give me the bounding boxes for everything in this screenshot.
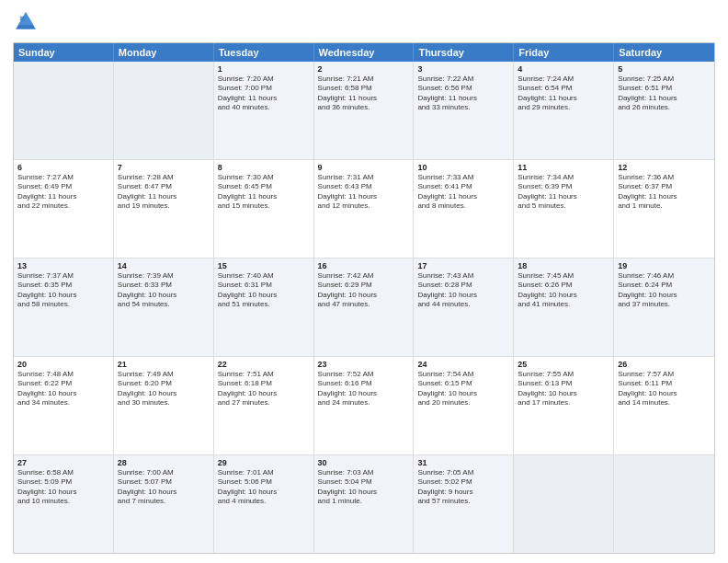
cell-info-line: Daylight: 11 hours <box>618 192 711 201</box>
cell-info-line: Daylight: 10 hours <box>518 291 609 300</box>
cell-info-line: and 14 minutes. <box>618 398 711 408</box>
cell-info-line: Sunrise: 7:39 AM <box>118 271 210 281</box>
cell-info-line: Sunrise: 7:40 AM <box>218 271 310 281</box>
cell-info-line: Daylight: 10 hours <box>118 389 210 398</box>
cell-info-line: and 54 minutes. <box>118 300 210 309</box>
day-cell-12: 12Sunrise: 7:36 AMSunset: 6:37 PMDayligh… <box>614 160 714 258</box>
cell-info-line: Sunrise: 7:42 AM <box>318 271 410 281</box>
cell-info-line: and 24 minutes. <box>318 398 410 408</box>
cell-info-line: Sunrise: 7:22 AM <box>417 75 509 84</box>
cell-info-line: Sunset: 6:16 PM <box>318 379 410 388</box>
cell-info-line: Sunrise: 7:28 AM <box>118 173 210 182</box>
cell-info-line: Sunrise: 6:58 AM <box>17 468 109 477</box>
cell-info-line: Sunset: 6:43 PM <box>318 182 410 191</box>
cell-info-line: Sunset: 6:33 PM <box>118 281 210 290</box>
cell-info-line: and 8 minutes. <box>417 201 509 211</box>
calendar-header: SundayMondayTuesdayWednesdayThursdayFrid… <box>14 43 714 62</box>
cell-info-line: Sunrise: 7:36 AM <box>618 173 711 182</box>
cell-info-line: Sunrise: 7:48 AM <box>17 370 109 379</box>
day-number: 2 <box>318 64 410 74</box>
cell-info-line: Sunset: 5:07 PM <box>118 477 210 487</box>
cell-info-line: Daylight: 9 hours <box>417 488 509 497</box>
cell-info-line: and 29 minutes. <box>518 103 609 112</box>
cell-info-line: Sunset: 6:28 PM <box>417 281 509 290</box>
cell-info-line: Daylight: 10 hours <box>618 389 711 398</box>
day-number: 6 <box>17 163 109 172</box>
day-number: 17 <box>417 261 509 270</box>
cell-info-line: Daylight: 10 hours <box>218 291 310 300</box>
cell-info-line: Sunrise: 7:46 AM <box>618 271 711 281</box>
header <box>13 9 715 35</box>
day-cell-15: 15Sunrise: 7:40 AMSunset: 6:31 PMDayligh… <box>214 259 314 356</box>
cell-info-line: Sunset: 6:31 PM <box>218 281 310 290</box>
day-number: 7 <box>118 163 210 172</box>
cell-info-line: Sunset: 6:51 PM <box>618 84 711 93</box>
header-day-sunday: Sunday <box>14 43 114 62</box>
day-number: 5 <box>618 64 711 74</box>
cell-info-line: Daylight: 10 hours <box>318 488 410 497</box>
cell-info-line: Daylight: 10 hours <box>118 488 210 497</box>
day-number: 27 <box>17 458 109 467</box>
cell-info-line: Daylight: 11 hours <box>218 94 310 103</box>
day-cell-28: 28Sunrise: 7:00 AMSunset: 5:07 PMDayligh… <box>114 455 214 553</box>
empty-cell-r0c1 <box>114 62 214 159</box>
cell-info-line: Daylight: 10 hours <box>318 291 410 300</box>
cell-info-line: Sunset: 6:41 PM <box>417 182 509 191</box>
svg-rect-2 <box>20 17 25 21</box>
day-number: 26 <box>618 360 711 369</box>
empty-cell-r0c0 <box>14 62 114 159</box>
calendar-row-3: 20Sunrise: 7:48 AMSunset: 6:22 PMDayligh… <box>14 356 714 454</box>
cell-info-line: and 1 minute. <box>618 201 711 211</box>
day-cell-6: 6Sunrise: 7:27 AMSunset: 6:49 PMDaylight… <box>14 160 114 258</box>
cell-info-line: Sunrise: 7:21 AM <box>318 75 410 84</box>
cell-info-line: and 37 minutes. <box>618 300 711 309</box>
cell-info-line: Sunset: 6:20 PM <box>118 379 210 388</box>
day-cell-27: 27Sunrise: 6:58 AMSunset: 5:09 PMDayligh… <box>14 455 114 553</box>
day-cell-25: 25Sunrise: 7:55 AMSunset: 6:13 PMDayligh… <box>514 357 614 454</box>
day-cell-4: 4Sunrise: 7:24 AMSunset: 6:54 PMDaylight… <box>514 62 614 159</box>
day-cell-21: 21Sunrise: 7:49 AMSunset: 6:20 PMDayligh… <box>114 357 214 454</box>
cell-info-line: and 47 minutes. <box>318 300 410 309</box>
cell-info-line: Daylight: 10 hours <box>218 389 310 398</box>
day-number: 14 <box>118 261 210 270</box>
day-cell-17: 17Sunrise: 7:43 AMSunset: 6:28 PMDayligh… <box>414 259 514 356</box>
cell-info-line: Daylight: 11 hours <box>417 192 509 201</box>
cell-info-line: Sunrise: 7:25 AM <box>618 75 711 84</box>
cell-info-line: Sunrise: 7:34 AM <box>518 173 609 182</box>
day-number: 10 <box>417 163 509 172</box>
cell-info-line: Sunset: 6:35 PM <box>17 281 109 290</box>
cell-info-line: and 4 minutes. <box>218 497 310 506</box>
cell-info-line: Sunrise: 7:03 AM <box>318 468 410 477</box>
cell-info-line: Sunset: 5:06 PM <box>218 477 310 487</box>
day-cell-18: 18Sunrise: 7:45 AMSunset: 6:26 PMDayligh… <box>514 259 614 356</box>
cell-info-line: and 20 minutes. <box>417 398 509 408</box>
page: SundayMondayTuesdayWednesdayThursdayFrid… <box>0 0 728 563</box>
day-number: 16 <box>318 261 410 270</box>
cell-info-line: Sunset: 6:11 PM <box>618 379 711 388</box>
cell-info-line: Daylight: 11 hours <box>618 94 711 103</box>
cell-info-line: Sunset: 6:29 PM <box>318 281 410 290</box>
cell-info-line: and 27 minutes. <box>218 398 310 408</box>
cell-info-line: Sunrise: 7:57 AM <box>618 370 711 379</box>
day-number: 18 <box>518 261 609 270</box>
empty-cell-r4c5 <box>514 455 614 553</box>
cell-info-line: Sunset: 6:39 PM <box>518 182 609 191</box>
cell-info-line: and 5 minutes. <box>518 201 609 211</box>
cell-info-line: Sunset: 6:37 PM <box>618 182 711 191</box>
cell-info-line: Sunrise: 7:27 AM <box>17 173 109 182</box>
day-cell-22: 22Sunrise: 7:51 AMSunset: 6:18 PMDayligh… <box>214 357 314 454</box>
day-cell-3: 3Sunrise: 7:22 AMSunset: 6:56 PMDaylight… <box>414 62 514 159</box>
cell-info-line: Sunrise: 7:51 AM <box>218 370 310 379</box>
day-number: 8 <box>218 163 310 172</box>
day-number: 4 <box>518 64 609 74</box>
cell-info-line: and 12 minutes. <box>318 201 410 211</box>
cell-info-line: Sunset: 6:56 PM <box>417 84 509 93</box>
day-number: 22 <box>218 360 310 369</box>
cell-info-line: and 17 minutes. <box>518 398 609 408</box>
cell-info-line: Daylight: 10 hours <box>417 291 509 300</box>
calendar-row-0: 1Sunrise: 7:20 AMSunset: 7:00 PMDaylight… <box>14 62 714 159</box>
day-cell-26: 26Sunrise: 7:57 AMSunset: 6:11 PMDayligh… <box>614 357 714 454</box>
cell-info-line: Daylight: 10 hours <box>17 291 109 300</box>
day-number: 1 <box>218 64 310 74</box>
cell-info-line: and 40 minutes. <box>218 103 310 112</box>
